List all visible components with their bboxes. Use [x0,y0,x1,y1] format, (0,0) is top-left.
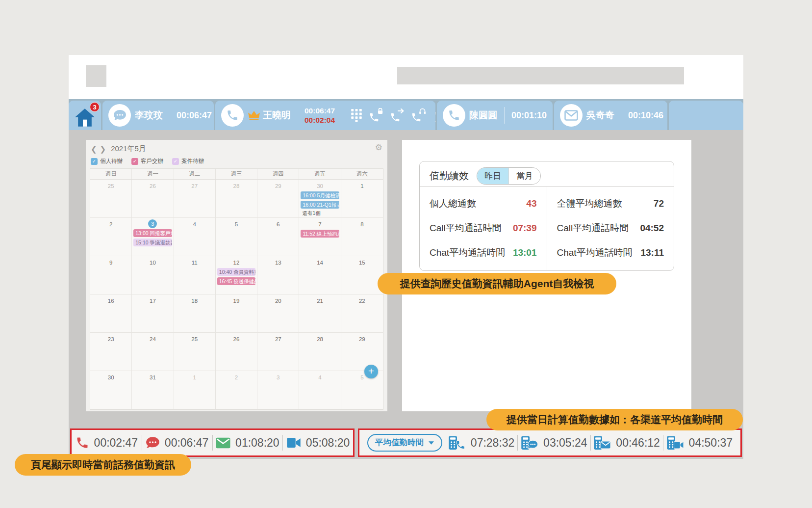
gear-icon[interactable]: ⚙ [375,143,382,152]
legend-personal-todo[interactable]: ✓ 個人待辦 [91,158,123,165]
calendar-cell[interactable]: 19 [216,294,257,333]
chat-bubble-icon [113,109,127,122]
chat-agent-card[interactable]: 李玟玟 00:06:47 [102,101,214,130]
call-agent-card[interactable]: 王曉明 00:06:47 00:02:04 [215,101,435,130]
monitor-call-icon[interactable] [411,108,426,123]
calendar-cell[interactable]: 3016:00 5月健檢清單16:00 21-Q1報表統整還有1個 [299,180,341,218]
calendar-cell[interactable]: 23 [90,333,132,371]
call-current-timer: 00:02:04 [304,115,335,125]
checkbox-checked-icon[interactable]: ✓ [131,158,138,165]
current-video-time: 05:08:20 [306,436,350,450]
calendar-cell[interactable]: 25 [174,333,216,371]
calendar-event[interactable]: 15:10 爭議退款案件 [133,239,172,246]
calendar-date: 10 [132,258,173,267]
stat-row: Call平均通話時間 07:39 [430,222,537,235]
transfer-call-icon[interactable] [390,108,405,123]
stat-label: Call平均通話時間 [557,222,629,235]
calendar-cell[interactable]: 6 [257,218,299,256]
calendar-cell[interactable]: 24 [132,333,174,371]
statusbar-average-duty: 平均值勤時間 07:28:32 [358,428,742,457]
add-event-button[interactable]: + [364,365,378,378]
calendar-cell[interactable]: 21 [299,294,341,333]
calendar-title: 2021年5月 [111,144,146,154]
calendar-date: 31 [132,373,173,382]
calendar-cell[interactable]: 15 [341,256,383,294]
calendar-cell[interactable]: 28 [216,180,257,218]
notification-badge: 3 [90,102,100,112]
checkbox-checked-icon[interactable]: ✓ [172,158,179,165]
calendar-cell[interactable]: 1 [174,371,216,409]
calendar-cell[interactable]: 20 [257,294,299,333]
checkbox-checked-icon[interactable]: ✓ [91,158,98,165]
dialpad-icon[interactable] [351,108,362,122]
legend-customer-task[interactable]: ✓ 客戶交辦 [131,158,163,165]
calendar-cell[interactable]: 711:52 線上預約及說明 [299,218,341,256]
calendar-cell[interactable]: 14 [299,256,341,294]
calendar-cell[interactable]: 25 [90,180,132,218]
calendar-date: 29 [341,335,383,344]
home-button[interactable]: 3 [69,101,101,130]
calendar-cell[interactable]: 26 [216,333,257,371]
calendar-date: 8 [341,220,383,229]
calendar-cell[interactable]: 2 [90,218,132,256]
calendar-cell[interactable]: 9 [90,256,132,294]
calendar-cell[interactable]: 31 [132,371,174,409]
average-video-time: 04:50:37 [689,436,733,450]
calendar-date: 26 [216,335,257,344]
calendar-next-button[interactable]: ❯ [100,145,106,153]
mail-agent-card[interactable]: 吳奇奇 00:10:46 [554,101,667,130]
calendar-prev-button[interactable]: ❮ [91,145,97,153]
calendar-cell[interactable]: 2 [216,371,257,409]
calendar-event[interactable]: 11:52 線上預約及說明 [301,230,339,238]
calendar-event[interactable]: 16:45 發送保健品DM [217,277,255,285]
calendar-event[interactable]: 16:00 5月健檢清單 [301,191,339,199]
dropdown-label: 平均值勤時間 [375,437,424,448]
calendar-more-link[interactable]: 還有1個 [299,210,340,217]
legend-label: 個人待辦 [100,158,123,165]
phone-agent-card[interactable]: 陳圓圓 00:01:10 [437,101,553,130]
calendar-date: 3 [257,373,299,382]
calendar-cell[interactable]: 5 [341,371,383,409]
tab-current-month[interactable]: 當月 [508,168,540,184]
calendar-cell[interactable]: 4 [299,371,341,409]
legend-case-todo[interactable]: ✓ 案件待辦 [172,158,204,165]
calendar-cell[interactable]: 8 [341,218,383,256]
calendar-grid: 25262728293016:00 5月健檢清單16:00 21-Q1報表統整還… [90,179,383,410]
calendar-cell[interactable]: 313:00 回撥客戶通知15:10 爭議退款案件 [132,218,174,256]
calendar-cell[interactable]: 10 [132,256,174,294]
calendar-cell[interactable]: 3 [257,371,299,409]
average-mail-group: 00:46:12 [591,436,663,450]
calendar-date: 2 [90,220,131,229]
calendar-cell[interactable]: 11 [174,256,216,294]
calendar-cell[interactable]: 27 [257,333,299,371]
calendar-cell[interactable]: 26 [132,180,174,218]
calendar-event[interactable]: 16:00 21-Q1報表統整 [301,201,339,209]
calendar-cell[interactable]: 4 [174,218,216,256]
calendar-cell[interactable]: 5 [216,218,257,256]
average-duty-dropdown[interactable]: 平均值勤時間 [367,434,442,452]
calendar-cell[interactable]: 18 [174,294,216,333]
calendar-date: 25 [90,182,131,190]
calendar-cell[interactable]: 13 [257,256,299,294]
current-phone-time: 00:02:47 [94,436,138,450]
calendar-cell[interactable]: 30 [90,371,132,409]
hold-call-icon[interactable] [369,108,383,123]
calendar-date: 13 [257,258,299,267]
calendar-cell[interactable]: 29 [341,333,383,371]
stat-row: Call平均通話時間 04:52 [557,222,664,235]
hangup-icon[interactable] [432,108,435,123]
calendar-date: 16 [90,296,131,305]
calendar-cell[interactable]: 28 [299,333,341,371]
calendar-event[interactable]: 13:00 回撥客戶通知 [133,229,172,237]
tab-yesterday[interactable]: 昨日 [477,168,508,184]
legend-label: 客戶交辦 [141,158,163,165]
calendar-cell[interactable]: 17 [132,294,174,333]
calendar-event[interactable]: 10:40 會員資料重新審 [217,268,255,276]
calendar-cell[interactable]: 1210:40 會員資料重新審16:45 發送保健品DM [216,256,257,294]
calendar-cell[interactable]: 16 [90,294,132,333]
calendar-cell[interactable]: 27 [174,180,216,218]
calendar-cell[interactable]: 22 [341,294,383,333]
call-agent-timers: 00:06:47 00:02:04 [304,106,335,125]
calendar-cell[interactable]: 29 [257,180,299,218]
calendar-cell[interactable]: 1 [341,180,383,218]
